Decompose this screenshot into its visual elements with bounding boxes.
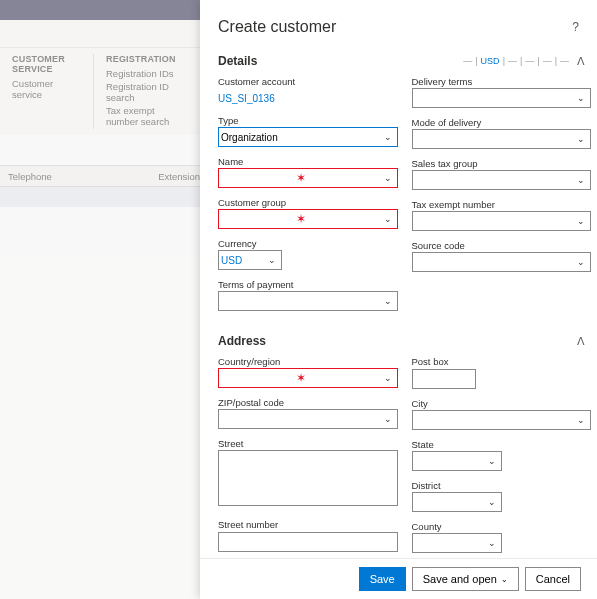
zip-select[interactable]: ⌄	[218, 409, 398, 429]
chevron-down-icon: ⌄	[268, 255, 279, 265]
chevron-down-icon: ⌄	[384, 373, 395, 383]
grid-row	[0, 187, 200, 207]
terms-of-payment-select[interactable]: ⌄	[218, 291, 398, 311]
grid-col-telephone: Telephone	[0, 171, 150, 182]
save-button[interactable]: Save	[359, 567, 406, 591]
help-icon[interactable]: ?	[572, 20, 579, 34]
street-number-label: Street number	[218, 519, 398, 530]
chevron-down-icon: ⌄	[577, 175, 588, 185]
county-select[interactable]: ⌄	[412, 533, 502, 553]
mode-of-delivery-label: Mode of delivery	[412, 117, 592, 128]
chevron-down-icon: ⌄	[577, 216, 588, 226]
chevron-down-icon: ⌄	[384, 214, 395, 224]
district-label: District	[412, 480, 592, 491]
create-customer-dialog: Create customer ? Details —| USD |—|—|—|…	[200, 0, 597, 599]
tax-exempt-number-select[interactable]: ⌄	[412, 211, 592, 231]
street-label: Street	[218, 438, 398, 449]
zip-label: ZIP/postal code	[218, 397, 398, 408]
chevron-down-icon: ⌄	[384, 132, 395, 142]
chevron-down-icon: ⌄	[577, 134, 588, 144]
save-and-open-button[interactable]: Save and open ⌄	[412, 567, 519, 591]
grid-col-extension: Extension	[150, 171, 200, 182]
section-details-summary: —| USD |—|—|—|—	[463, 56, 569, 66]
dialog-title: Create customer	[218, 18, 336, 36]
chevron-down-icon: ⌄	[488, 538, 499, 548]
cancel-button[interactable]: Cancel	[525, 567, 581, 591]
post-box-label: Post box	[412, 356, 592, 367]
currency-value: USD	[221, 255, 242, 266]
chevron-down-icon: ⌄	[577, 257, 588, 267]
chevron-down-icon: ⌄	[577, 415, 588, 425]
delivery-terms-select[interactable]: ⌄	[412, 88, 592, 108]
delivery-terms-label: Delivery terms	[412, 76, 592, 87]
county-label: County	[412, 521, 592, 532]
terms-of-payment-label: Terms of payment	[218, 279, 398, 290]
customer-account-link[interactable]: US_SI_0136	[218, 91, 275, 106]
sales-tax-group-label: Sales tax group	[412, 158, 592, 169]
type-label: Type	[218, 115, 398, 126]
city-select[interactable]: ⌄	[412, 410, 592, 430]
menu-group-registration-head: REGISTRATION	[106, 54, 188, 64]
chevron-down-icon: ⌄	[488, 456, 499, 466]
required-icon: ✶	[296, 371, 309, 385]
post-box-input[interactable]	[412, 369, 476, 389]
currency-label: Currency	[218, 238, 398, 249]
chevron-down-icon: ⌄	[577, 93, 588, 103]
source-code-select[interactable]: ⌄	[412, 252, 592, 272]
customer-group-select[interactable]: ✶⌄	[218, 209, 398, 229]
chevron-down-icon: ⌄	[384, 296, 395, 306]
required-icon: ✶	[296, 171, 309, 185]
sales-tax-group-select[interactable]: ⌄	[412, 170, 592, 190]
menu-item-tax-exempt-number-search: Tax exempt number search	[106, 105, 188, 127]
type-select[interactable]: Organization ⌄	[218, 127, 398, 147]
state-label: State	[412, 439, 592, 450]
chevron-down-icon: ⌄	[488, 497, 499, 507]
state-select[interactable]: ⌄	[412, 451, 502, 471]
currency-select[interactable]: USD ⌄	[218, 250, 282, 270]
save-and-open-label: Save and open	[423, 573, 497, 585]
customer-group-label: Customer group	[218, 197, 398, 208]
mode-of-delivery-select[interactable]: ⌄	[412, 129, 592, 149]
menu-item-registration-ids: Registration IDs	[106, 68, 188, 79]
source-code-label: Source code	[412, 240, 592, 251]
menu-item-customer-service: Customer service	[12, 78, 81, 100]
city-label: City	[412, 398, 592, 409]
country-label: Country/region	[218, 356, 398, 367]
chevron-down-icon: ⌄	[384, 414, 395, 424]
menu-group-customer-service-head: CUSTOMER SERVICE	[12, 54, 81, 74]
menu-item-registration-id-search: Registration ID search	[106, 81, 188, 103]
name-input[interactable]: ✶⌄	[218, 168, 398, 188]
section-address-collapse[interactable]: ᐱ	[577, 335, 585, 348]
chevron-down-icon: ⌄	[501, 575, 508, 584]
country-select[interactable]: ✶⌄	[218, 368, 398, 388]
chevron-down-icon: ⌄	[384, 173, 395, 183]
name-label: Name	[218, 156, 398, 167]
section-details-title: Details	[218, 54, 257, 68]
section-details-collapse[interactable]: ᐱ	[577, 55, 585, 68]
customer-account-label: Customer account	[218, 76, 398, 87]
street-textarea[interactable]	[218, 450, 398, 506]
type-value: Organization	[221, 132, 278, 143]
section-address-title: Address	[218, 334, 266, 348]
street-number-input[interactable]	[218, 532, 398, 552]
tax-exempt-number-label: Tax exempt number	[412, 199, 592, 210]
district-select[interactable]: ⌄	[412, 492, 502, 512]
required-icon: ✶	[296, 212, 309, 226]
